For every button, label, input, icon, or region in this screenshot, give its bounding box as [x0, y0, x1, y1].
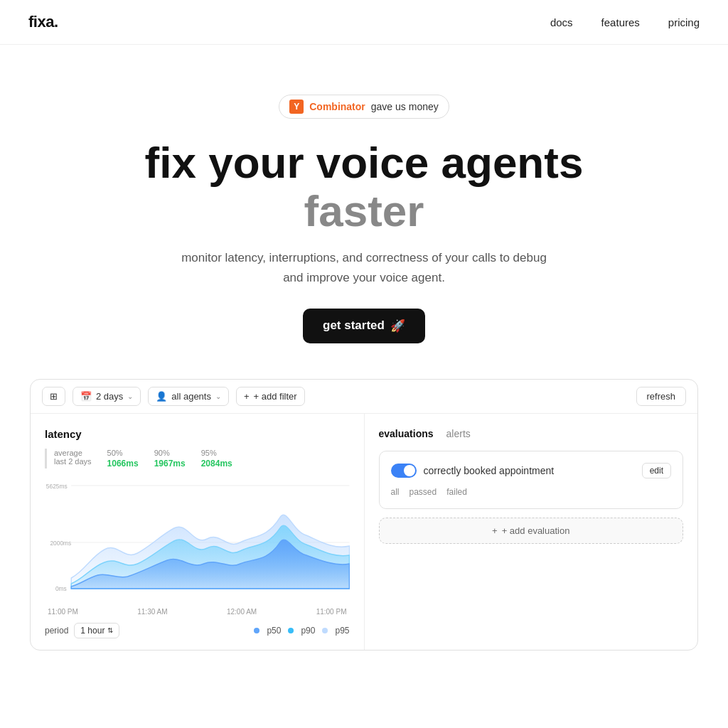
p50-header: 50% — [107, 449, 139, 457]
logo[interactable]: fixa. — [28, 13, 58, 31]
eval-card-header: correctly booked appointment edit — [391, 463, 672, 478]
filter-passed[interactable]: passed — [410, 487, 437, 497]
layout-toggle-button[interactable]: ⊞ — [42, 387, 65, 406]
add-eval-label: + add evaluation — [502, 525, 570, 536]
nav-links: docs features pricing — [550, 16, 700, 28]
latency-stats: average last 2 days 50% 1066ms 90% 1967m… — [45, 449, 350, 469]
add-evaluation-button[interactable]: + + add evaluation — [379, 518, 684, 544]
p95-header: 95% — [201, 449, 232, 457]
agents-label: all agents — [171, 391, 211, 402]
add-filter-button[interactable]: + + add filter — [236, 387, 305, 406]
p50-stat: 50% 1066ms — [107, 449, 139, 469]
evaluations-panel: evaluations alerts correctly booked appo… — [365, 414, 698, 650]
period-row: period 1 hour ⇅ p50 p90 p95 — [45, 623, 350, 638]
hero-section: Y Combinator gave us money fix your voic… — [0, 45, 728, 379]
eval-filters: all passed failed — [391, 487, 672, 497]
tab-evaluations[interactable]: evaluations — [379, 428, 434, 439]
edit-button[interactable]: edit — [642, 463, 671, 478]
add-filter-label: + add filter — [254, 391, 297, 402]
p95-stat: 95% 2084ms — [201, 449, 232, 469]
agents-filter-button[interactable]: 👤 all agents ⌄ — [148, 387, 229, 406]
tab-alerts[interactable]: alerts — [446, 428, 471, 439]
eval-card: correctly booked appointment edit all pa… — [379, 451, 684, 509]
yc-logo: Y — [289, 100, 304, 114]
refresh-button[interactable]: refresh — [636, 387, 686, 406]
period-value: 1 hour — [80, 626, 105, 636]
layout-icon: ⊞ — [50, 391, 58, 402]
period-control: period 1 hour ⇅ — [45, 623, 119, 638]
nav-pricing[interactable]: pricing — [668, 16, 700, 28]
hero-title-line2: faster — [304, 187, 424, 235]
chevron-down-icon: ⌄ — [127, 392, 133, 400]
navbar: fixa. docs features pricing — [0, 0, 728, 45]
toolbar: ⊞ 📅 2 days ⌄ 👤 all agents ⌄ + + add filt… — [31, 380, 697, 414]
p90-stat: 90% 1967ms — [154, 449, 186, 469]
dashboard-wrapper: ⊞ 📅 2 days ⌄ 👤 all agents ⌄ + + add filt… — [16, 379, 712, 672]
latency-panel: latency average last 2 days 50% 1066ms 9… — [31, 414, 365, 650]
latency-chart: 5625ms 2000ms 0ms — [45, 478, 350, 606]
svg-text:0ms: 0ms — [55, 584, 67, 592]
p50-dot — [254, 628, 259, 633]
x-label-2: 12:00 AM — [227, 608, 257, 616]
nav-features[interactable]: features — [601, 16, 640, 28]
period-label: period — [45, 626, 68, 636]
stat-label-col: average last 2 days — [54, 449, 92, 469]
yc-badge: Y Combinator gave us money — [279, 95, 449, 119]
p50-legend-label: p50 — [267, 626, 281, 636]
yc-brand-name: Combinator — [309, 101, 365, 112]
days-label: 2 days — [96, 391, 123, 402]
yc-suffix: gave us money — [371, 101, 439, 112]
eval-tabs: evaluations alerts — [379, 428, 684, 439]
p90-dot — [288, 628, 294, 633]
hero-subtitle: monitor latency, interruptions, and corr… — [179, 248, 549, 287]
chevron-down-icon-2: ⌄ — [215, 392, 221, 400]
x-axis-labels: 11:00 PM 11:30 AM 12:00 AM 11:00 PM — [45, 608, 350, 616]
rocket-icon: 🚀 — [390, 318, 405, 333]
dashboard-panel: ⊞ 📅 2 days ⌄ 👤 all agents ⌄ + + add filt… — [30, 379, 698, 651]
last-2-days-label: last 2 days — [54, 457, 92, 466]
x-label-1: 11:30 AM — [137, 608, 167, 616]
eval-toggle[interactable] — [391, 464, 417, 478]
filter-all[interactable]: all — [391, 487, 400, 497]
svg-text:2000ms: 2000ms — [50, 539, 71, 546]
filter-failed[interactable]: failed — [446, 487, 467, 497]
p95-value: 2084ms — [201, 459, 232, 469]
calendar-icon: 📅 — [80, 391, 92, 402]
p90-header: 90% — [154, 449, 186, 457]
p90-value: 1967ms — [154, 459, 186, 469]
p95-legend-label: p95 — [335, 626, 349, 636]
chart-container: 5625ms 2000ms 0ms — [45, 478, 350, 606]
latency-title: latency — [45, 428, 350, 440]
nav-docs[interactable]: docs — [550, 16, 573, 28]
eval-name: correctly booked appointment — [424, 465, 635, 476]
plus-icon: + — [244, 391, 250, 402]
hero-title-line1: fix your voice agents — [145, 139, 584, 187]
p50-value: 1066ms — [107, 459, 139, 469]
toggle-knob — [404, 465, 415, 476]
period-select-button[interactable]: 1 hour ⇅ — [74, 623, 119, 638]
cta-label: get started — [323, 318, 385, 333]
p95-dot — [322, 628, 328, 633]
average-label: average — [54, 449, 92, 457]
p90-legend-label: p90 — [301, 626, 315, 636]
charts-area: latency average last 2 days 50% 1066ms 9… — [31, 414, 697, 650]
plus-icon-eval: + — [492, 525, 498, 536]
svg-text:5625ms: 5625ms — [46, 482, 68, 489]
x-label-3: 11:00 PM — [316, 608, 347, 616]
chevron-up-down-icon: ⇅ — [107, 626, 113, 634]
person-icon: 👤 — [156, 391, 167, 402]
cta-button[interactable]: get started 🚀 — [303, 309, 425, 343]
x-label-0: 11:00 PM — [48, 608, 78, 616]
chart-legend: p50 p90 p95 — [254, 626, 349, 636]
days-filter-button[interactable]: 📅 2 days ⌄ — [73, 387, 141, 406]
